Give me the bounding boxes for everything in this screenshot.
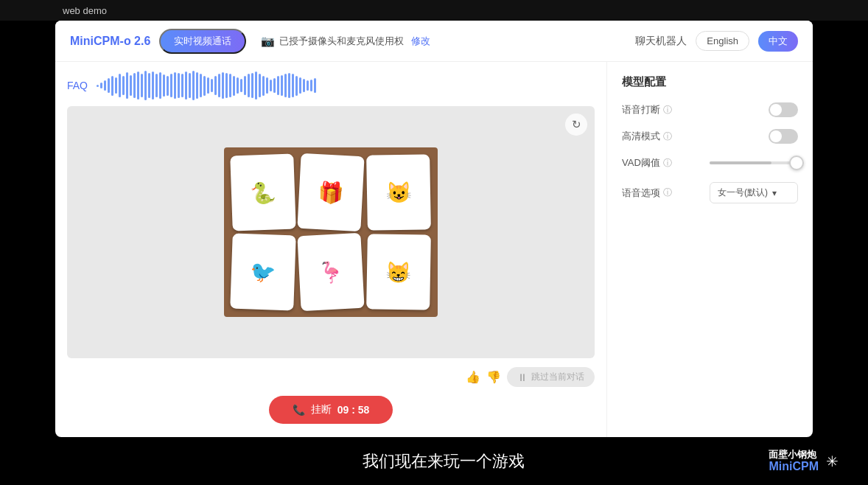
lang-zh-button[interactable]: 中文 xyxy=(758,31,798,52)
waveform xyxy=(97,72,595,99)
video-container: ↻ 🐍🎁😺🐦🦩😸 xyxy=(67,106,595,358)
voice-interrupt-label: 语音打断 ⓘ xyxy=(622,103,672,116)
card-item: 🦩 xyxy=(297,233,364,311)
slider-track xyxy=(710,161,798,164)
subtitle-bar: 我们现在来玩一个游戏 面壁小钢炮 MiniCPM ✳ xyxy=(0,437,868,485)
chevron-down-icon: ▾ xyxy=(772,188,777,198)
card-item: 😺 xyxy=(366,154,431,230)
main-area: MiniCPM-o 2.6 实时视频通话 📷 已授予摄像头和麦克风使用权 修改 … xyxy=(55,21,813,437)
top-row: FAQ xyxy=(67,72,595,99)
hangup-timer: 09 : 58 xyxy=(337,404,370,416)
brand-icon: ✳ xyxy=(826,453,839,470)
skip-button[interactable]: ⏸ 跳过当前对话 xyxy=(507,367,595,387)
like-icon[interactable]: 👍 xyxy=(466,370,480,384)
config-row-voice-interrupt: 语音打断 ⓘ xyxy=(622,102,798,117)
camera-icon: 📷 xyxy=(261,35,275,48)
logo: MiniCPM-o 2.6 xyxy=(70,35,150,48)
brand-logo: 面壁小钢炮 MiniCPM ✳ xyxy=(769,449,839,474)
card-item: 😸 xyxy=(366,234,431,310)
top-bar-title: web demo xyxy=(63,5,107,16)
voice-interrupt-toggle[interactable] xyxy=(769,102,798,117)
voice-option-label: 语音选项 ⓘ xyxy=(622,186,672,200)
left-panel: FAQ ↻ 🐍🎁😺🐦🦩😸 👍 👎 ⏸ 跳过当前对话 📞 xyxy=(55,62,606,437)
brand-name: 面壁小钢炮 xyxy=(769,449,819,461)
card-item: 🐍 xyxy=(230,154,296,231)
config-row-voice-option: 语音选项 ⓘ 女一号(默认) ▾ xyxy=(622,182,798,203)
refresh-button[interactable]: ↻ xyxy=(565,114,587,136)
help-icon-1: ⓘ xyxy=(663,104,672,116)
config-title: 模型配置 xyxy=(622,75,798,89)
phone-icon: 📞 xyxy=(293,404,305,416)
hd-mode-label: 高清模式 ⓘ xyxy=(622,130,672,143)
vad-label: VAD阈值 ⓘ xyxy=(622,156,672,170)
action-row: 👍 👎 ⏸ 跳过当前对话 xyxy=(67,364,595,390)
card-item: 🐦 xyxy=(230,234,296,311)
card-item: 🎁 xyxy=(297,153,364,231)
pause-icon: ⏸ xyxy=(517,371,528,383)
slider-thumb xyxy=(789,156,804,170)
header: MiniCPM-o 2.6 实时视频通话 📷 已授予摄像头和麦克风使用权 修改 … xyxy=(55,21,813,62)
chatbot-label[interactable]: 聊天机器人 xyxy=(635,35,687,48)
hd-mode-toggle[interactable] xyxy=(769,129,798,144)
hangup-button[interactable]: 📞 挂断 09 : 58 xyxy=(269,396,393,424)
help-icon-4: ⓘ xyxy=(663,186,672,199)
camera-permission: 📷 已授予摄像头和麦克风使用权 修改 xyxy=(261,35,430,48)
right-panel: 模型配置 语音打断 ⓘ 高清模式 ⓘ VAD阈值 xyxy=(606,62,813,437)
faq-label[interactable]: FAQ xyxy=(67,80,88,91)
body-split: FAQ ↻ 🐍🎁😺🐦🦩😸 👍 👎 ⏸ 跳过当前对话 📞 xyxy=(55,62,813,437)
brand-sub: MiniCPM xyxy=(769,460,819,473)
hangup-bar: 📞 挂断 09 : 58 xyxy=(67,390,595,427)
slider-fill xyxy=(710,161,771,164)
help-icon-2: ⓘ xyxy=(663,130,672,143)
modify-link[interactable]: 修改 xyxy=(411,35,430,48)
help-icon-3: ⓘ xyxy=(663,157,672,170)
top-bar: web demo xyxy=(0,0,868,21)
config-row-vad: VAD阈值 ⓘ xyxy=(622,156,798,170)
config-row-hd-mode: 高清模式 ⓘ xyxy=(622,129,798,144)
card-image: 🐍🎁😺🐦🦩😸 xyxy=(224,147,438,317)
subtitle-text: 我们现在来玩一个游戏 xyxy=(118,450,769,472)
lang-en-button[interactable]: English xyxy=(696,31,749,51)
tab-video[interactable]: 实时视频通话 xyxy=(159,29,246,54)
voice-select[interactable]: 女一号(默认) ▾ xyxy=(710,182,798,203)
vad-slider[interactable] xyxy=(710,156,798,170)
dislike-icon[interactable]: 👎 xyxy=(486,370,501,384)
